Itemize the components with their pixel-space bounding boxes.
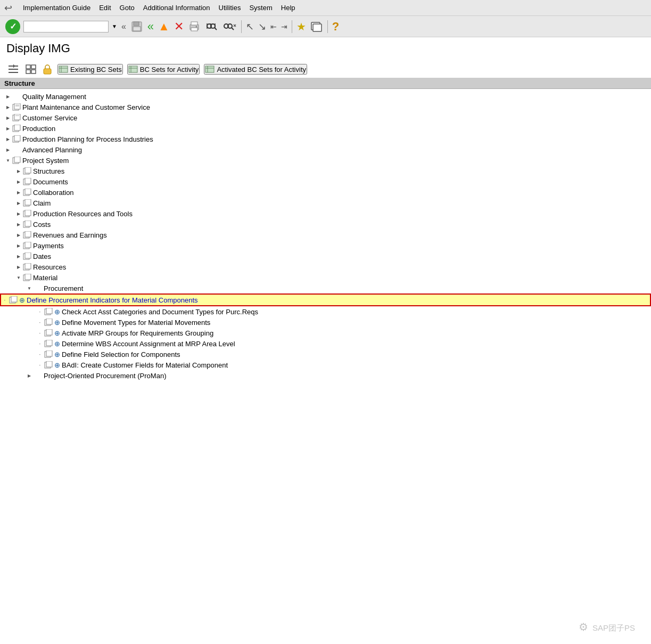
- tree-item-det-wbs[interactable]: · ⊕ Determine WBS Account Assignment at …: [0, 338, 651, 349]
- menu-help[interactable]: Help: [281, 4, 295, 12]
- lock-button[interactable]: [42, 63, 53, 76]
- page-title-area: Display IMG: [0, 37, 651, 61]
- node-icon-payments: [22, 241, 32, 250]
- svg-line-12: [215, 28, 217, 30]
- tree-item-prt[interactable]: Production Resources and Tools: [0, 208, 651, 219]
- expand-pppi[interactable]: [4, 135, 12, 143]
- tree-item-ps[interactable]: Project System: [0, 155, 651, 166]
- node-icon-qm: [12, 92, 21, 101]
- switch-view-button[interactable]: [24, 63, 37, 75]
- tree-item-pmcs[interactable]: Plant Maintenance and Customer Service: [0, 102, 651, 112]
- node-icon-resources: [22, 263, 32, 271]
- tree-item-claim[interactable]: Claim: [0, 198, 651, 208]
- menu-bar: ↩ Implementation Guide Edit Goto Additio…: [0, 0, 651, 16]
- first-button[interactable]: ⇤: [269, 21, 278, 32]
- tree-item-documents[interactable]: Documents: [0, 176, 651, 187]
- expand-dates[interactable]: [15, 252, 22, 260]
- tree-item-check-acct[interactable]: · ⊕ Check Acct Asst Categories and Docum…: [0, 306, 651, 317]
- expand-cs[interactable]: [4, 114, 12, 121]
- tree-item-structures[interactable]: Structures: [0, 166, 651, 176]
- node-icon-def-proc: [9, 296, 18, 304]
- expand-apl[interactable]: [4, 146, 12, 153]
- bc-sets-activity-label: BC Sets for Activity: [140, 66, 199, 74]
- tree-item-resources[interactable]: Resources: [0, 262, 651, 272]
- tree-item-dates[interactable]: Dates: [0, 251, 651, 262]
- tree-item-po-proman[interactable]: Project-Oriented Procurement (ProMan): [0, 370, 651, 381]
- tree-item-prod[interactable]: Production: [0, 123, 651, 134]
- create-session-button[interactable]: [309, 19, 324, 34]
- move-up-left-button[interactable]: ↖: [245, 20, 255, 34]
- node-icon-costs: [22, 220, 32, 229]
- nav-double-left-button[interactable]: «: [120, 21, 127, 32]
- cancel-button[interactable]: ✕: [173, 19, 185, 35]
- tree-item-pppi[interactable]: Production Planning for Process Industri…: [0, 134, 651, 144]
- tree-item-payments[interactable]: Payments: [0, 240, 651, 251]
- expand-qm[interactable]: [4, 93, 12, 100]
- save-button[interactable]: [129, 19, 144, 34]
- expand-material[interactable]: [15, 274, 22, 281]
- tree-item-costs[interactable]: Costs: [0, 219, 651, 230]
- expand-prod[interactable]: [4, 125, 12, 132]
- print-button[interactable]: [187, 19, 202, 34]
- expand-pmcs[interactable]: [4, 103, 12, 111]
- menu-utilities[interactable]: Utilities: [219, 4, 241, 12]
- tree-item-def-proc-ind[interactable]: · ⊕ Define Procurement Indicators for Ma…: [0, 294, 651, 306]
- tree-item-apl[interactable]: Advanced Planning: [0, 144, 651, 155]
- menu-system[interactable]: System: [249, 4, 272, 12]
- svg-rect-71: [25, 274, 31, 280]
- expand-prt[interactable]: [15, 210, 22, 217]
- add-favorites-button[interactable]: ★: [295, 19, 307, 34]
- expand-procurement[interactable]: [26, 284, 33, 292]
- expand-collaboration[interactable]: [15, 189, 22, 196]
- tree-item-activate-mrp[interactable]: · ⊕ Activate MRP Groups for Requirements…: [0, 328, 651, 338]
- dropdown-arrow-button[interactable]: ▼: [111, 22, 118, 30]
- node-icon-collaboration: [22, 188, 32, 197]
- nav-up-button[interactable]: ▲: [157, 19, 171, 35]
- activated-bc-sets-button[interactable]: Activated BC Sets for Activity: [204, 64, 307, 75]
- command-input[interactable]: [23, 21, 109, 32]
- expand-documents[interactable]: [15, 178, 22, 185]
- menu-goto[interactable]: Goto: [120, 4, 135, 12]
- node-icon-ps: [12, 156, 21, 165]
- exec-icon-def-proc: ⊕: [19, 296, 25, 304]
- find-next-button[interactable]: [221, 19, 238, 34]
- tree-item-material[interactable]: Material: [0, 272, 651, 283]
- expand-resources[interactable]: [15, 263, 22, 271]
- exec-icon-badi: ⊕: [54, 361, 60, 369]
- sap-logo-icon: ↩: [4, 2, 12, 14]
- find-button[interactable]: [204, 19, 219, 34]
- node-icon-badi: [44, 361, 53, 369]
- menu-implementation-guide[interactable]: Implementation Guide: [23, 4, 90, 12]
- last-button[interactable]: ⇥: [280, 21, 289, 32]
- tree-item-procurement[interactable]: Procurement: [0, 283, 651, 294]
- node-icon-def-field-sel: [44, 350, 53, 358]
- tree-item-qm[interactable]: Quality Management: [0, 91, 651, 102]
- expand-ps[interactable]: [4, 157, 12, 164]
- expand-claim[interactable]: [15, 199, 22, 207]
- save-icon: [130, 20, 143, 33]
- expand-po-proman[interactable]: [26, 372, 33, 379]
- menu-edit[interactable]: Edit: [99, 4, 111, 12]
- expand-costs[interactable]: [15, 221, 22, 228]
- svg-rect-25: [26, 70, 30, 74]
- check-button[interactable]: ✓: [4, 18, 21, 35]
- tree-item-def-field-sel[interactable]: · ⊕ Define Field Selection for Component…: [0, 349, 651, 360]
- label-pmcs: Plant Maintenance and Customer Service: [22, 103, 150, 111]
- tree-item-cs[interactable]: Customer Service: [0, 112, 651, 123]
- expand-payments[interactable]: [15, 242, 22, 249]
- nav-left-button[interactable]: «: [146, 19, 155, 35]
- expand-rev-earn[interactable]: [15, 231, 22, 239]
- move-down-right-button[interactable]: ↘: [257, 20, 267, 34]
- existing-bc-sets-button[interactable]: Existing BC Sets: [57, 64, 123, 75]
- menu-additional-information[interactable]: Additional Information: [143, 4, 210, 12]
- node-icon-def-mov: [44, 318, 53, 327]
- expand-all-button[interactable]: [6, 63, 20, 75]
- tree-item-def-mov-types[interactable]: · ⊕ Define Movement Types for Material M…: [0, 317, 651, 328]
- expand-structures[interactable]: [15, 167, 22, 175]
- tree-item-collaboration[interactable]: Collaboration: [0, 187, 651, 198]
- tree-item-badi-customer[interactable]: · ⊕ BAdI: Create Customer Fields for Mat…: [0, 360, 651, 370]
- node-icon-po-proman: [33, 371, 43, 380]
- tree-item-rev-earn[interactable]: Revenues and Earnings: [0, 230, 651, 240]
- help-button[interactable]: ?: [331, 19, 340, 35]
- bc-sets-activity-button[interactable]: BC Sets for Activity: [127, 64, 200, 75]
